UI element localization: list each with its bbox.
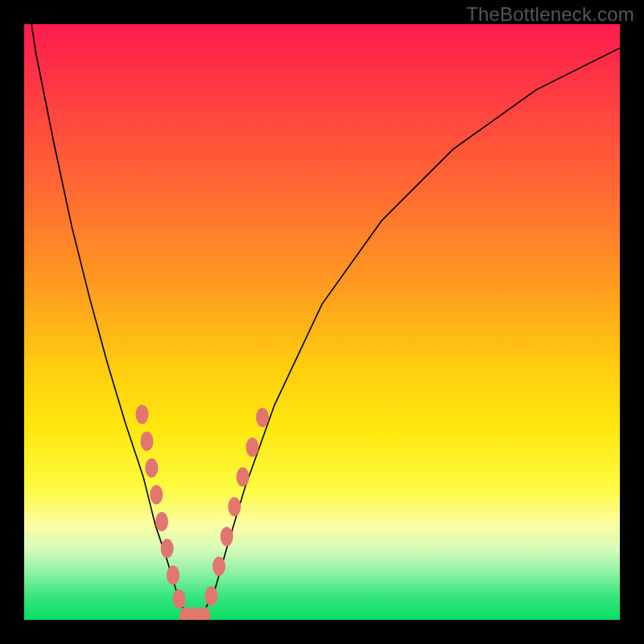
left-branch-dots-dot: [136, 405, 149, 424]
curve-layer: [24, 24, 620, 620]
right-branch-dots-dot: [204, 586, 217, 605]
right-branch-dots-dot: [228, 497, 241, 516]
left-branch-dots-dot: [140, 431, 153, 451]
right-branch-dots-dot: [256, 407, 269, 427]
bottleneck-curve-path: [24, 24, 620, 620]
watermark-text: TheBottleneck.com: [466, 3, 634, 26]
valley-dots-dot: [180, 607, 192, 620]
left-branch-dots-dot: [155, 512, 168, 531]
left-branch-dots-dot: [161, 539, 174, 558]
chart-frame: TheBottleneck.com: [0, 0, 644, 644]
bottleneck-curve: [24, 24, 620, 620]
left-branch-dots-dot: [145, 458, 158, 477]
plot-area: [24, 24, 620, 620]
valley-dots-dot: [188, 607, 201, 620]
left-branch-dots-dot: [150, 485, 163, 505]
valley-dots-dot: [197, 607, 210, 620]
right-branch-dots-dot: [237, 467, 250, 486]
left-branch-dots-dot: [167, 566, 180, 585]
right-branch-dots-dot: [213, 556, 225, 576]
left-branch-dots-dot: [172, 589, 185, 609]
right-branch-dots-dot: [221, 526, 233, 546]
marker-layer: [136, 405, 269, 620]
right-branch-dots-dot: [246, 437, 258, 456]
